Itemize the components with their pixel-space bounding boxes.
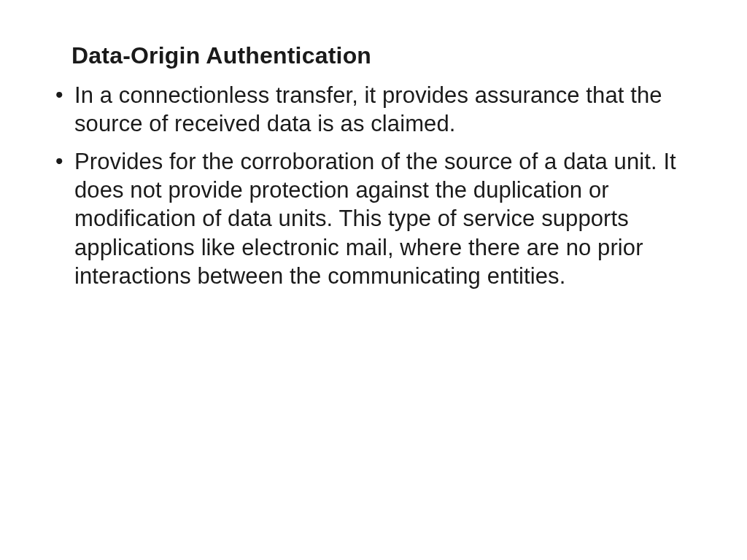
bullet-list: In a connectionless transfer, it provide… xyxy=(50,81,697,291)
list-item: Provides for the corroboration of the so… xyxy=(50,147,697,291)
slide-title: Data-Origin Authentication xyxy=(71,42,697,69)
list-item: In a connectionless transfer, it provide… xyxy=(50,81,697,139)
